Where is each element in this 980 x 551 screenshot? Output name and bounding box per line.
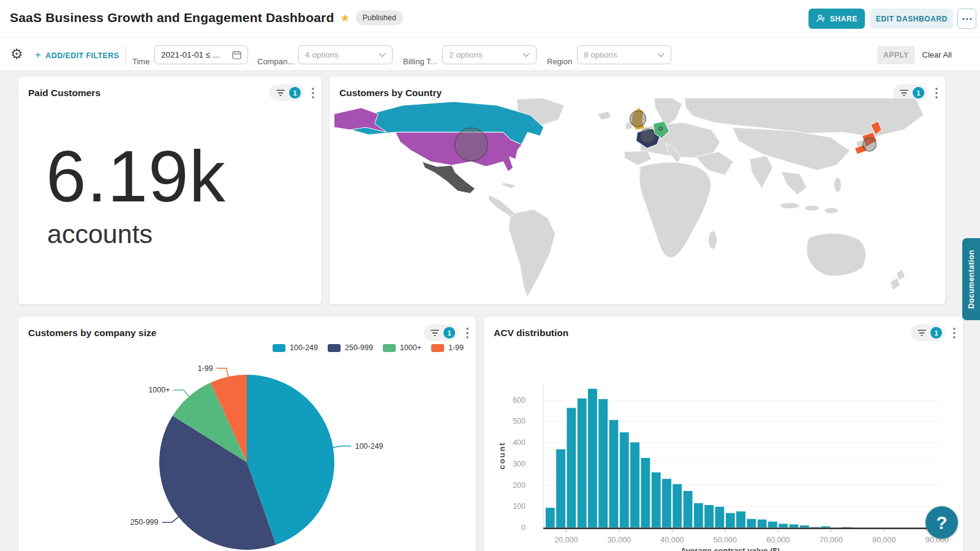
landmass-indonesia (805, 206, 820, 211)
filter-count-badge: 1 (930, 327, 942, 339)
hist-bar[interactable] (567, 408, 576, 528)
documentation-tab[interactable]: Documentation (962, 238, 980, 320)
filter-count-badge: 1 (443, 327, 455, 339)
kebab-menu-icon[interactable] (935, 88, 938, 99)
share-button-label: SHARE (830, 15, 858, 23)
widget-filter-button[interactable]: 1 (270, 84, 304, 101)
map-marker-usa[interactable] (455, 128, 488, 161)
hist-bar[interactable] (747, 519, 756, 528)
map-marker-germany[interactable] (659, 127, 663, 130)
hist-bar[interactable] (588, 389, 598, 528)
kebab-menu-icon[interactable] (312, 88, 314, 99)
customers-by-company-size-card: Customers by company size 1 100-249250-9… (18, 317, 476, 551)
chevron-down-icon (379, 53, 386, 58)
hist-bar[interactable] (800, 525, 810, 528)
map-marker-france[interactable] (641, 129, 655, 143)
pie-label-250-999: 250-999 (130, 518, 159, 527)
y-axis-tick: 500 (513, 417, 526, 425)
map-marker-uk[interactable] (630, 111, 646, 127)
add-edit-filters-button[interactable]: + ADD/EDIT FILTERS (35, 50, 119, 61)
hist-bar[interactable] (757, 519, 767, 528)
landmass-spain (625, 151, 652, 165)
filter-bar: ⚙ + ADD/EDIT FILTERS Time 2021-01-01 ≤ .… (0, 37, 980, 71)
filter-funnel-icon (431, 329, 439, 337)
widget-filter-button[interactable]: 1 (424, 324, 458, 341)
landmass-cuba (502, 182, 516, 189)
add-edit-filters-label: ADD/EDIT FILTERS (45, 51, 119, 60)
edit-dashboard-label: EDIT DASHBOARD (876, 15, 948, 23)
hist-bar[interactable] (598, 399, 608, 528)
filter-count-badge: 1 (913, 87, 924, 99)
calendar-icon (232, 50, 241, 59)
x-axis-tick: 80,000 (872, 536, 895, 544)
billing-filter-label: Billing T... (403, 57, 437, 66)
hist-bar[interactable] (821, 526, 831, 528)
y-axis-tick: 100 (513, 502, 526, 511)
more-options-button[interactable] (957, 9, 976, 29)
company-size-pie-chart[interactable]: 100-249250-9991000+1-99 (18, 341, 476, 551)
card-title: Paid Customers (28, 88, 270, 99)
landmass-africa (639, 162, 711, 258)
hist-bar[interactable] (577, 398, 587, 528)
y-axis-tick: 300 (513, 460, 526, 468)
favorite-star-icon[interactable]: ★ (340, 13, 349, 23)
edit-dashboard-button[interactable]: EDIT DASHBOARD (870, 9, 953, 29)
hist-bar[interactable] (619, 432, 629, 528)
company-filter-dropdown[interactable]: 4 options (298, 45, 393, 64)
hist-bar[interactable] (704, 505, 714, 528)
hist-bar[interactable] (778, 523, 788, 528)
hist-bar[interactable] (789, 524, 799, 528)
kpi-value: 6.19k (46, 135, 226, 218)
customers-by-country-card: Customers by Country 1 (330, 77, 945, 304)
hist-bar[interactable] (651, 472, 661, 528)
hist-bar[interactable] (725, 513, 735, 528)
x-axis-tick: 40,000 (660, 536, 684, 544)
landmass-india (750, 156, 773, 189)
hist-bar[interactable] (545, 508, 555, 528)
time-filter-label: Time (132, 57, 149, 66)
kebab-menu-icon[interactable] (953, 328, 956, 339)
region-filter-dropdown[interactable]: 8 options (577, 45, 671, 64)
kebab-menu-icon[interactable] (466, 328, 469, 339)
hist-bar[interactable] (768, 522, 778, 528)
hist-bar[interactable] (673, 484, 682, 528)
acv-histogram-chart[interactable]: 010020030040050060020,00030,00040,00050,… (484, 344, 963, 551)
company-filter-label: Compan... (257, 57, 294, 66)
hist-bar[interactable] (736, 511, 746, 528)
country-mexico[interactable] (423, 162, 475, 193)
hist-bar[interactable] (556, 449, 566, 528)
billing-filter-dropdown[interactable]: 2 options (442, 45, 537, 64)
landmass-south-america (509, 209, 556, 298)
time-filter-input[interactable]: 2021-01-01 ≤ ... (154, 45, 248, 64)
y-axis-tick: 400 (513, 438, 526, 447)
acv-distribution-card: ACV distribution 1 010020030040050060020… (484, 317, 963, 551)
hist-bar[interactable] (662, 479, 672, 528)
plus-icon: + (35, 49, 41, 61)
clear-all-button[interactable]: Clear All (922, 50, 952, 59)
page-title: SaaS Business Growth and Engagement Dash… (10, 10, 334, 25)
ellipsis-icon (962, 18, 972, 20)
filter-funnel-icon (918, 329, 926, 337)
chevron-down-icon (657, 53, 665, 58)
hist-bar[interactable] (683, 491, 693, 528)
hist-bar[interactable] (630, 442, 640, 528)
hist-bar[interactable] (810, 527, 820, 528)
hist-bar[interactable] (694, 503, 704, 528)
hist-bar[interactable] (641, 458, 650, 528)
map-marker-japan[interactable] (863, 138, 876, 151)
hist-bar[interactable] (609, 420, 619, 528)
y-axis-tick: 600 (513, 396, 526, 405)
landmass-iceland (598, 111, 611, 120)
filter-settings-gear-icon[interactable]: ⚙ (10, 47, 23, 61)
paid-customers-card: Paid Customers 1 6.19k accounts (18, 77, 322, 304)
hist-bar[interactable] (715, 506, 725, 528)
x-axis-tick: 20,000 (554, 536, 578, 544)
help-button[interactable]: ? (925, 506, 958, 539)
share-button[interactable]: SHARE (809, 9, 865, 29)
widget-filter-button[interactable]: 1 (911, 324, 945, 341)
apply-button[interactable]: APPLY (877, 46, 915, 64)
y-axis-tick: 200 (513, 481, 526, 490)
landmass-indonesia (780, 203, 800, 209)
region-filter-value: 8 options (584, 50, 617, 59)
divider (125, 46, 126, 64)
